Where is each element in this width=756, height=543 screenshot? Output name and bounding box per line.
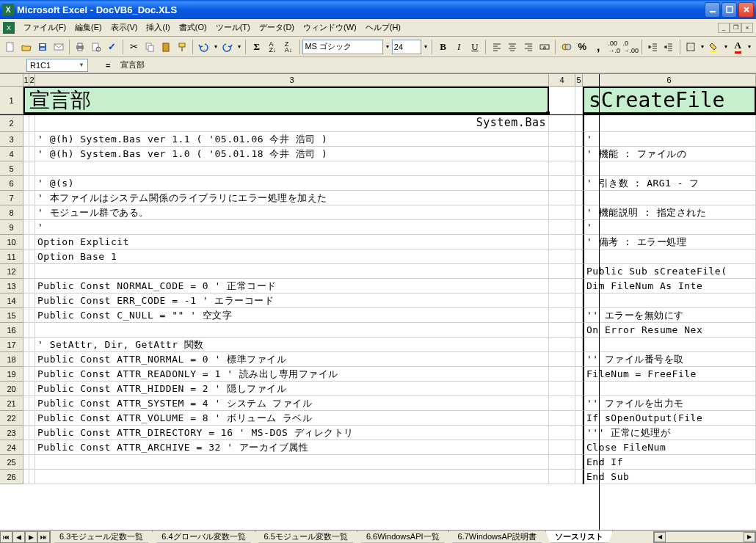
- name-box-dropdown-icon[interactable]: ▼: [79, 62, 84, 68]
- menu-edit[interactable]: 編集(E): [70, 20, 106, 35]
- redo-button[interactable]: [219, 39, 235, 55]
- cut-button[interactable]: ✂: [126, 39, 142, 55]
- sheet-tab-4[interactable]: 6.6WindowsAPI一覧: [357, 531, 449, 543]
- row-header-10[interactable]: 10: [0, 235, 23, 249]
- row-header-25[interactable]: 25: [0, 455, 23, 470]
- cell-left-r14[interactable]: Public Const ERR_CODE = -1 ' エラーコード: [35, 294, 549, 308]
- row-header-24[interactable]: 24: [0, 440, 23, 455]
- menu-tools[interactable]: ツール(T): [211, 20, 255, 35]
- comma-button[interactable]: ,: [591, 39, 606, 55]
- row-header-5[interactable]: 5: [0, 161, 23, 176]
- spellcheck-button[interactable]: ✓: [104, 39, 120, 55]
- cell-right-r23[interactable]: ''' 正常に処理が: [583, 426, 756, 440]
- cell-left-r16[interactable]: [35, 323, 549, 338]
- cell-r1c4[interactable]: [549, 87, 575, 114]
- sheet-tab-2[interactable]: 6.4グローバル変数一覧: [152, 531, 255, 543]
- cell-left-r15[interactable]: Public Const C_NULL = "" ' 空文字: [35, 308, 549, 323]
- copy-button[interactable]: [142, 39, 158, 55]
- row-header-1[interactable]: 1: [0, 87, 23, 114]
- workbook-icon[interactable]: X: [3, 22, 15, 34]
- row-header-23[interactable]: 23: [0, 426, 23, 440]
- cell-left-r11[interactable]: Option Base 1: [35, 249, 549, 264]
- tab-nav-next[interactable]: ▶: [25, 531, 37, 543]
- decrease-indent-button[interactable]: [645, 39, 661, 55]
- tab-nav-prev[interactable]: ◀: [12, 531, 25, 543]
- row-header-11[interactable]: 11: [0, 249, 23, 264]
- col-header-1[interactable]: 1: [23, 74, 29, 86]
- borders-button[interactable]: [683, 39, 699, 55]
- cell-left-r23[interactable]: Public Const ATTR_DIRECTORY = 16 ' MS-DO…: [35, 426, 549, 440]
- tab-nav-first[interactable]: ⏮: [0, 531, 12, 543]
- save-button[interactable]: [35, 39, 51, 55]
- email-button[interactable]: [51, 39, 66, 55]
- merge-center-button[interactable]: a: [537, 39, 553, 55]
- autosum-button[interactable]: Σ: [249, 39, 264, 55]
- cell-left-r19[interactable]: Public Const ATTR_READONLY = 1 ' 読み出し専用フ…: [35, 367, 549, 382]
- undo-button[interactable]: [196, 39, 211, 55]
- bold-button[interactable]: B: [435, 39, 451, 55]
- cell-right-r11[interactable]: [583, 249, 756, 264]
- col-header-4[interactable]: 4: [549, 74, 575, 86]
- row-header-9[interactable]: 9: [0, 220, 23, 235]
- col-header-6[interactable]: 6: [583, 74, 756, 86]
- fill-color-button[interactable]: [707, 39, 722, 55]
- sheet-tab-1[interactable]: 6.3モジュール定数一覧: [50, 531, 153, 543]
- open-button[interactable]: [19, 39, 34, 55]
- cell-right-r9[interactable]: ': [583, 220, 756, 235]
- row-header-4[interactable]: 4: [0, 147, 23, 161]
- row-header-14[interactable]: 14: [0, 294, 23, 308]
- row-header-26[interactable]: 26: [0, 470, 23, 484]
- cell-right-r7[interactable]: [583, 191, 756, 205]
- increase-indent-button[interactable]: [661, 39, 677, 55]
- cell-right-r15[interactable]: '' エラーを無効にす: [583, 308, 756, 323]
- close-button[interactable]: [738, 2, 754, 18]
- row-header-12[interactable]: 12: [0, 264, 23, 279]
- cell-right-r5[interactable]: [583, 161, 756, 176]
- menu-format[interactable]: 書式(O): [175, 20, 211, 35]
- formula-content[interactable]: 宣言部: [119, 59, 756, 70]
- cell-right-r19[interactable]: FileNum = FreeFile: [583, 367, 756, 382]
- cell-r1c5[interactable]: [575, 87, 583, 114]
- hscroll-left-button[interactable]: ◀: [654, 532, 666, 542]
- sort-desc-button[interactable]: ZA↓: [281, 39, 297, 55]
- cell-right-r20[interactable]: [583, 382, 756, 396]
- row-header-8[interactable]: 8: [0, 205, 23, 220]
- cell-left-r25[interactable]: [35, 455, 549, 470]
- cell-left-r3[interactable]: ' @(h) System.Bas ver 1.1 ( '05.01.06 今井…: [35, 132, 549, 147]
- cell-right-r10[interactable]: ' 備考 : エラー処理: [583, 235, 756, 249]
- cell-left-r12[interactable]: [35, 264, 549, 279]
- mdi-close-button[interactable]: ×: [741, 23, 753, 33]
- cell-right-r12[interactable]: Public Sub sCreateFile(: [583, 264, 756, 279]
- cell-right-r4[interactable]: ' 機能 : ファイルの: [583, 147, 756, 161]
- cell-left-r21[interactable]: Public Const ATTR_SYSTEM = 4 ' システム ファイル: [35, 396, 549, 411]
- cell-left-r6[interactable]: ' @(s): [35, 176, 549, 191]
- print-preview-button[interactable]: [89, 39, 104, 55]
- decrease-decimal-button[interactable]: .0→.00: [622, 39, 639, 55]
- fill-color-dropdown[interactable]: ▾: [723, 43, 730, 50]
- redo-dropdown[interactable]: ▾: [236, 43, 242, 50]
- select-all-corner[interactable]: [0, 74, 23, 86]
- borders-dropdown[interactable]: ▾: [699, 43, 705, 50]
- cell-left-r13[interactable]: Public Const NORMAL_CODE = 0 ' 正常コード: [35, 279, 549, 294]
- print-button[interactable]: [73, 39, 88, 55]
- row-header-17[interactable]: 17: [0, 338, 23, 352]
- cell-right-r21[interactable]: '' ファイルを出力モ: [583, 396, 756, 411]
- row-header-3[interactable]: 3: [0, 132, 23, 147]
- row-header-20[interactable]: 20: [0, 382, 23, 396]
- tab-nav-last[interactable]: ⏭: [37, 531, 50, 543]
- cell-right-r3[interactable]: ': [583, 132, 756, 147]
- cell-right-r24[interactable]: Close FileNum: [583, 440, 756, 455]
- cell-left-r26[interactable]: [35, 470, 549, 484]
- row-header-18[interactable]: 18: [0, 352, 23, 367]
- header-right-cell[interactable]: sCreateFile: [583, 87, 756, 114]
- sheet-tab-5[interactable]: 6.7WindowsAP説明書: [448, 531, 547, 543]
- align-right-button[interactable]: [521, 39, 537, 55]
- menu-insert[interactable]: 挿入(I): [142, 20, 174, 35]
- sheet-tab-3[interactable]: 6.5モジュール変数一覧: [255, 531, 357, 543]
- cell-right-r16[interactable]: On Error Resume Nex: [583, 323, 756, 338]
- menu-view[interactable]: 表示(V): [106, 20, 142, 35]
- name-box[interactable]: R1C1 ▼: [26, 59, 88, 72]
- percent-button[interactable]: %: [575, 39, 590, 55]
- cell-right-r8[interactable]: ' 機能説明 : 指定された: [583, 205, 756, 220]
- menu-data[interactable]: データ(D): [255, 20, 299, 35]
